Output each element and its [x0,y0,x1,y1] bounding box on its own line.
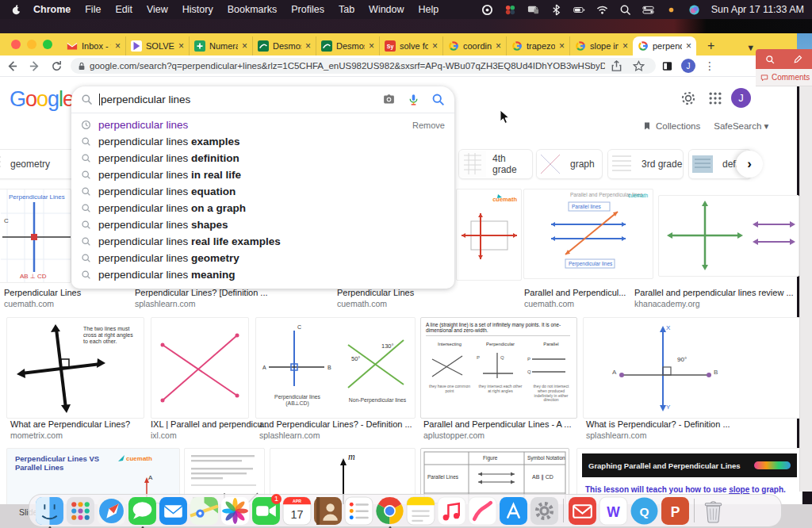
tab-close-icon[interactable]: × [305,40,311,52]
suggestion-row[interactable]: perpendicular linesRemove [71,117,454,133]
tab-desmos-[interactable]: Desmos |× [252,36,316,55]
browser-profile-avatar[interactable]: J [681,59,695,73]
menu-profiles[interactable]: Profiles [291,4,324,15]
result-title[interactable]: Perpendicular Lines [4,288,81,297]
apple-icon[interactable] [10,3,22,16]
panel-search-icon[interactable] [765,55,775,64]
url-text[interactable]: google.com/search?q=perpendicular+lines&… [90,61,605,71]
dock-app-store-icon[interactable] [498,495,529,526]
tab-close-icon[interactable]: × [432,40,438,52]
comments-panel-strip[interactable] [799,86,812,492]
dock-w-app-icon[interactable]: W [598,495,629,526]
result-title[interactable]: IXL | Parallel and perpendicu... [151,419,270,429]
dock-chrome-icon[interactable] [374,495,405,526]
tab-close-icon[interactable]: × [115,40,121,52]
google-apps-grid-icon[interactable] [707,90,723,106]
camera-lens-icon[interactable] [382,93,396,106]
tab-close-icon[interactable]: × [496,40,501,52]
dock-powerpoint-icon[interactable]: P [660,495,691,526]
menu-chrome[interactable]: Chrome [33,4,71,15]
filter-chip-graph[interactable]: graph [536,149,603,179]
dock-notes-icon[interactable] [405,495,436,526]
suggestion-row[interactable]: perpendicular lines meaning [71,266,454,283]
dock-messages-icon[interactable] [127,495,158,526]
result-image-cuemath-parallel[interactable]: Parallel and Perpendicular lines cuemath… [523,189,653,279]
dock-reminders-icon[interactable] [343,495,374,526]
bookmark-star-icon[interactable] [631,59,645,73]
close-window-button[interactable] [11,40,21,49]
filter-chip-4th-grade[interactable]: 4th grade [458,149,533,179]
screen-lock-icon[interactable] [527,3,540,16]
kebab-menu-icon[interactable]: ⋮ [703,59,717,73]
chips-scroll-right-button[interactable]: › [736,151,763,178]
tab-solved-[interactable]: SOLVED:× [125,36,189,55]
dock-music-icon[interactable] [436,495,467,526]
dock-safari-icon[interactable] [96,495,127,526]
menu-history[interactable]: History [182,4,213,15]
dock-maps-icon[interactable] [189,495,220,526]
dock-facetime-icon[interactable]: 1 [251,495,282,526]
result-image-mometrix[interactable]: The two lines must cross at right angles… [6,317,144,419]
tab-coordinat[interactable]: coordinat× [442,36,506,55]
menu-view[interactable]: View [147,4,168,15]
result-title[interactable]: Perpendicular Lines? [Definition ... [135,288,268,297]
dock-mail-icon[interactable] [158,495,189,526]
dock-trash-icon[interactable] [698,495,729,526]
menu-help[interactable]: Help [419,4,439,15]
tab-perpendi[interactable]: perpendi× [633,36,696,55]
result-title[interactable]: What is Perpendicular? - Definition ... [586,419,730,429]
status-dot-icon[interactable] [665,3,678,16]
dock-gmail-icon[interactable] [567,495,598,526]
dock-calendar-icon[interactable]: APR17 [282,495,312,526]
menu-tab[interactable]: Tab [339,4,354,15]
result-title[interactable]: Parallel and Perpendicular Lines - A ... [423,419,572,429]
dock-photos-icon[interactable] [220,495,251,526]
dock-settings-icon[interactable] [529,495,560,526]
result-image-cuemath-small[interactable]: cuemath [456,189,522,281]
menu-file[interactable]: File [85,4,101,15]
siri-icon[interactable] [688,3,701,16]
tab-close-icon[interactable]: × [369,40,374,52]
filter-chip-3rd-grade[interactable]: 3rd grade [607,149,684,179]
zoom-window-button[interactable] [43,40,52,49]
suggestion-row[interactable]: perpendicular lines geometry [71,250,454,266]
colorful-app-icon[interactable] [504,3,517,16]
settings-gear-icon[interactable] [680,90,696,106]
result-title[interactable]: Parallel and perpendicular lines review … [634,288,794,297]
tab-close-icon[interactable]: × [242,40,247,52]
suggestion-row[interactable]: perpendicular lines shapes [71,216,454,233]
result-title[interactable]: and Perpendicular Lines? - Definition ..… [259,419,412,429]
tab-numerad[interactable]: Numerad× [189,36,252,55]
result-image-splashlearn-big[interactable]: X Y A B 90° [583,317,800,419]
reload-icon[interactable] [49,59,63,73]
dock-q-app-icon[interactable]: Q [629,495,660,526]
google-logo[interactable]: Google [10,87,74,112]
new-tab-button[interactable]: + [696,39,726,55]
lock-icon[interactable] [77,59,86,73]
screen-record-icon[interactable] [481,3,494,16]
search-input[interactable]: perpendicular lines [71,86,454,113]
tab-desmos-[interactable]: Desmos |× [316,36,379,55]
minimize-window-button[interactable] [27,40,36,49]
remove-suggestion-link[interactable]: Remove [412,121,445,130]
suggestion-row[interactable]: perpendicular lines in real life [71,166,454,183]
result-image-splashlearn-pair[interactable]: CAB 50° 130° Perpendicular lines (AB⊥CD)… [255,317,416,419]
tab-close-icon[interactable]: × [686,40,691,52]
address-bar[interactable]: google.com/search?q=perpendicular+lines&… [71,58,656,74]
menu-edit[interactable]: Edit [115,4,132,15]
bluetooth-icon[interactable] [550,3,563,16]
suggestion-row[interactable]: perpendicular lines real life examples [71,233,454,250]
side-panel-icon[interactable] [660,59,674,73]
result-image-aplustopper[interactable]: A line (straight line) is a set of infin… [420,317,577,419]
back-icon[interactable] [5,59,19,73]
tab-close-icon[interactable]: × [622,40,628,52]
result-title[interactable]: Parallel and Perpendicul... [524,288,626,297]
suggestion-row[interactable]: perpendicular lines equation [71,183,454,200]
share-icon[interactable] [609,59,623,73]
result-image-ixl[interactable] [151,317,249,419]
panel-edit-icon[interactable] [793,55,802,64]
menu-window[interactable]: Window [369,4,404,15]
tab-close-icon[interactable]: × [559,40,565,52]
suggestion-row[interactable]: perpendicular lines on a graph [71,200,454,216]
menu-bookmarks[interactable]: Bookmarks [228,4,278,15]
